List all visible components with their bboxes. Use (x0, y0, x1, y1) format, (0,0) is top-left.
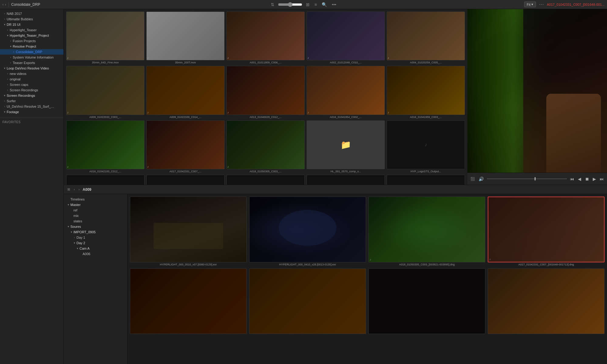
content-area: ♪ 35mm_64D_Fine.mov ♪ 35mm_200T.mov ♪ (64, 9, 607, 364)
media-item-15[interactable]: ♪ HYP_LogoSTS_Output... (387, 120, 465, 173)
search-icon[interactable]: 🔍 (320, 2, 328, 8)
left-sidebar: › NAB 2017 › Ultimatte Bubbles ▾ DR 15 U… (0, 9, 64, 364)
sidebar-item-svi[interactable]: › System Volume Information (0, 55, 63, 60)
preview-controls: ⬛ 🔊 ⏮ ◀ ⏹ ▶ ⏭ (467, 173, 607, 185)
favorites-section-label: Favorites (0, 118, 63, 125)
sidebar-item-fusion-projects[interactable]: › Fusion Projects (0, 38, 63, 44)
stop-btn[interactable]: ⏹ (584, 176, 590, 182)
sidebar-item-hyperlight-project[interactable]: ▾ Hyperlight_Teaser_Project (0, 33, 63, 38)
sort-icon[interactable]: ⇅ (270, 2, 276, 8)
lower-media-item-2[interactable]: HYPERLIGHT_000_0410_v28.[0013-0135].exr (249, 197, 366, 266)
lower-toolbar: ⊞ ‹ › A009 (64, 185, 607, 194)
sidebar-item-hyperlight-teaser[interactable]: › Hyperlight_Teaser (0, 27, 63, 33)
sidebar-item-screen-rec-1[interactable]: ▾ Screen Recordings (0, 93, 63, 98)
sidebar-item-nab2017[interactable]: › NAB 2017 (0, 11, 63, 16)
lower-tree-a006[interactable]: A006 (64, 251, 127, 257)
media-item-9[interactable]: ♪ A016_01041954_C002_... (307, 66, 385, 118)
media-item-3[interactable]: ♪ A001_01011809_C006_... (226, 12, 305, 64)
sidebar-item-teaser-exports[interactable]: › Teaser Exports (0, 60, 63, 66)
media-grid: ♪ 35mm_64D_Fine.mov ♪ 35mm_200T.mov ♪ (66, 12, 465, 185)
lower-media[interactable]: HYPERLIGHT_000_0510_v07.[0080-0129].exr … (127, 194, 607, 364)
lower-tree-timelines[interactable]: Timelines (64, 197, 127, 202)
fit-button[interactable]: Fit ▾ (524, 2, 536, 7)
zoom-slider[interactable] (278, 2, 302, 7)
sidebar-item-screen-rec-2[interactable]: › Screen Recordings (0, 87, 63, 93)
media-item-2[interactable]: ♪ 35mm_200T.mov (146, 12, 225, 64)
media-item-13[interactable]: ♪ A018_01050305_C003_... (226, 120, 305, 173)
sidebar-item-screen-caps[interactable]: › Screen caps (0, 82, 63, 87)
media-browser[interactable]: ♪ 35mm_64D_Fine.mov ♪ 35mm_200T.mov ♪ (64, 9, 467, 185)
sidebar-item-ui-davinci[interactable]: › UI_DaVinci Resolve 15_Surf_Col... (0, 104, 63, 109)
more-icon[interactable]: ••• (331, 2, 337, 8)
preview-volume-icon[interactable]: 🔊 (478, 176, 484, 182)
right-controls: Fit ▾ ⋯ A017_01042331_C007_[001648-001..… (524, 1, 605, 8)
preview-timeline[interactable] (487, 178, 567, 179)
preview-camera-icon[interactable]: ⬛ (470, 176, 476, 182)
lower-media-item-4[interactable]: ♪ A017_01042331_C007_[001648-001713].dng (488, 197, 605, 266)
media-item-5[interactable]: ♪ A004_01020259_C005_... (387, 12, 465, 64)
prev-btn[interactable]: ◀ (577, 176, 582, 182)
back-arrow[interactable]: ‹ (2, 2, 4, 7)
lower-tree-mix[interactable]: mix (64, 213, 127, 218)
active-clip-label: A017_01042331_C007_[001648-001... (547, 3, 605, 6)
media-item-16[interactable]: U ♪ HYP_LogoUSEF_Outpu... (66, 175, 144, 185)
more-options-icon[interactable]: ⋯ (538, 1, 545, 8)
sidebar-item-new-videos[interactable]: › new videos (0, 71, 63, 76)
lower-tree-import0905[interactable]: ▾ IMPORT_0905 (64, 229, 127, 235)
sidebar-item-resolve-project[interactable]: ▾ Resolve Project (0, 44, 63, 49)
media-item-14[interactable]: 📁 HL_001_0570_comp_v... (307, 120, 385, 173)
lower-tree-day2[interactable]: ▾ Day 2 (64, 240, 127, 246)
sidebar-item-loop-davinci[interactable]: ▾ Loop DaVinci Resolve Video (0, 66, 63, 71)
lower-media-item-7[interactable] (368, 268, 485, 335)
play-btn[interactable]: ▶ (592, 176, 597, 182)
sidebar-item-surfer[interactable]: › Surfer (0, 98, 63, 104)
sidebar-item-consolidate-drp[interactable]: › Consolidate_DRP (0, 49, 63, 55)
media-item-20[interactable]: ♪ HYP_Text4_Output.mov (387, 175, 465, 185)
media-item-19[interactable]: ♪ HYP_Text3_Output.mov (307, 175, 385, 185)
media-item-17[interactable]: ♪ HYP_Text1_Output.mov (146, 175, 225, 185)
media-item-1[interactable]: ♪ 35mm_64D_Fine.mov (66, 12, 144, 64)
zoom-slider-container (278, 2, 302, 7)
media-item-6[interactable]: ♪ A009_01022033_C003_... (66, 66, 144, 118)
preview-panel: ⬛ 🔊 ⏮ ◀ ⏹ ▶ ⏭ (467, 9, 607, 185)
lower-tree-cama[interactable]: ▾ Cam A (64, 246, 127, 251)
media-item-4[interactable]: ♪ A002_01012048_C010_... (307, 12, 385, 64)
next-frame-btn[interactable]: ⏭ (599, 176, 605, 182)
lower-media-item-3[interactable]: ♪ A018_01050305_C003_[003821-003895].dng (368, 197, 485, 266)
lower-media-item-5[interactable] (130, 268, 247, 335)
music-badge-4: ♪ (489, 258, 491, 261)
top-bar: ‹ › Consolidate_DRP ⇅ ⊞ ≡ 🔍 ••• Fit ▾ ⋯ … (0, 0, 607, 9)
lower-panel-icon[interactable]: ⊞ (66, 187, 71, 192)
media-item-7[interactable]: ♪ A009_01022339_C014_... (146, 66, 225, 118)
lower-media-item-1[interactable]: HYPERLIGHT_000_0510_v07.[0080-0129].exr (130, 197, 247, 266)
lower-panel-title: A009 (83, 187, 91, 192)
media-item-18[interactable]: ♪ HYP_Text2_Output.mov (226, 175, 305, 185)
media-item-10[interactable]: ♪ A016_01041959_C003_... (387, 66, 465, 118)
lower-tree-master[interactable]: ▾ Master (64, 202, 127, 207)
lower-media-item-6[interactable] (249, 268, 366, 335)
media-item-8[interactable]: ♪ A013_01040029_C012_... (226, 66, 305, 118)
list-icon[interactable]: ≡ (313, 2, 318, 8)
media-item-11[interactable]: ♪ A016_01042100_C012_... (66, 120, 144, 173)
sidebar-item-original[interactable]: › original (0, 76, 63, 82)
media-item-12[interactable]: ♪ A017_01042331_C007_... (146, 120, 225, 173)
lower-media-grid: HYPERLIGHT_000_0510_v07.[0080-0129].exr … (130, 197, 605, 335)
grid-icon[interactable]: ⊞ (305, 2, 311, 8)
lower-tree-ref[interactable]: ref (64, 207, 127, 213)
lower-nav: ⊞ ‹ › (66, 187, 81, 192)
lower-tree-day1[interactable]: › Day 1 (64, 235, 127, 240)
sidebar-item-footage[interactable]: ▾ Footage (0, 109, 63, 115)
upper-area: ♪ 35mm_64D_Fine.mov ♪ 35mm_200T.mov ♪ (64, 9, 607, 185)
sidebar-item-bubbles[interactable]: › Ultimatte Bubbles (0, 16, 63, 22)
lower-tree-slates[interactable]: slates (64, 218, 127, 224)
forward-arrow[interactable]: › (5, 2, 6, 7)
lower-back-btn[interactable]: ‹ (73, 187, 76, 192)
page-title: Consolidate_DRP (11, 2, 40, 7)
lower-media-item-8[interactable] (488, 268, 605, 335)
lower-tree-soures[interactable]: ▾ Soures (64, 224, 127, 229)
lower-forward-btn[interactable]: › (77, 187, 81, 192)
nav-arrows: ‹ › (2, 2, 6, 7)
preview-playhead (535, 177, 535, 180)
sidebar-item-dr15[interactable]: ▾ DR 15 UI (0, 22, 63, 27)
prev-frame-btn[interactable]: ⏮ (569, 176, 575, 182)
